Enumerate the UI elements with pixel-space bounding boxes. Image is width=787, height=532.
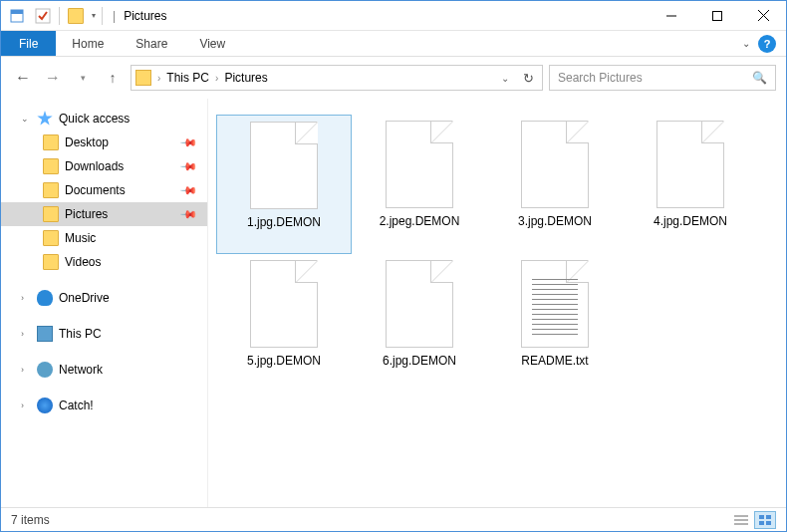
qat-separator	[59, 7, 60, 25]
file-item[interactable]: 4.jpg.DEMON	[623, 115, 758, 254]
qat-check-icon[interactable]	[31, 5, 55, 27]
details-view-button[interactable]	[730, 511, 752, 529]
folder-icon	[43, 254, 59, 270]
chevron-right-icon[interactable]: ›	[21, 365, 31, 375]
qat-folder-icon[interactable]	[64, 5, 88, 27]
title-separator: |	[109, 9, 120, 23]
sidebar-item-pictures[interactable]: Pictures📌	[1, 202, 207, 226]
sidebar-item-documents[interactable]: Documents📌	[1, 178, 207, 202]
sidebar-quick-access[interactable]: ⌄ Quick access	[1, 107, 207, 131]
large-icons-view-button[interactable]	[754, 511, 776, 529]
file-name: 2.jpeg.DEMON	[380, 214, 460, 228]
file-item[interactable]: 2.jpeg.DEMON	[352, 115, 487, 254]
svg-rect-4	[713, 11, 722, 20]
recent-dropdown-icon[interactable]: ▾	[71, 66, 95, 90]
sidebar-item-desktop[interactable]: Desktop📌	[1, 131, 207, 154]
pin-icon: 📌	[178, 204, 197, 223]
sidebar-item-music[interactable]: Music	[1, 226, 207, 250]
sidebar-network[interactable]: › Network	[1, 358, 207, 382]
main-area: ⌄ Quick access Desktop📌Downloads📌Documen…	[1, 99, 786, 509]
breadcrumb-this-pc[interactable]: This PC	[166, 71, 209, 85]
file-grid[interactable]: 1.jpg.DEMON2.jpeg.DEMON3.jpg.DEMON4.jpg.…	[208, 99, 786, 509]
onedrive-icon	[37, 290, 53, 306]
title-bar: ▾ | Pictures	[1, 1, 786, 31]
svg-rect-10	[759, 515, 764, 519]
navigation-bar: ← → ▾ ↑ › This PC › Pictures ⌄ ↻ Search …	[1, 57, 786, 99]
help-icon[interactable]: ?	[758, 35, 776, 53]
svg-rect-12	[759, 521, 764, 525]
file-icon	[250, 260, 318, 348]
search-placeholder: Search Pictures	[558, 71, 643, 85]
navigation-pane[interactable]: ⌄ Quick access Desktop📌Downloads📌Documen…	[1, 99, 208, 509]
sidebar-item-label: OneDrive	[59, 291, 110, 305]
sidebar-onedrive[interactable]: › OneDrive	[1, 286, 207, 310]
file-name: 4.jpg.DEMON	[654, 214, 727, 228]
address-dropdown-icon[interactable]: ⌄	[495, 73, 515, 84]
minimize-button[interactable]	[649, 1, 694, 31]
address-bar[interactable]: › This PC › Pictures ⌄ ↻	[131, 65, 543, 91]
chevron-right-icon[interactable]: ›	[21, 400, 31, 410]
chevron-right-icon[interactable]: ›	[21, 329, 31, 339]
folder-icon	[43, 182, 59, 198]
ribbon-expand-icon[interactable]: ⌄	[742, 38, 750, 49]
star-icon	[37, 111, 53, 127]
window-controls	[649, 1, 786, 31]
svg-rect-1	[11, 10, 23, 14]
close-button[interactable]	[740, 1, 786, 31]
file-icon	[386, 121, 453, 208]
sidebar-item-label: Desktop	[65, 135, 109, 149]
status-bar: 7 items	[1, 507, 786, 531]
chevron-right-icon[interactable]: ›	[155, 73, 162, 84]
file-item[interactable]: README.txt	[487, 254, 623, 394]
sidebar-item-label: Catch!	[59, 399, 94, 412]
sidebar-this-pc[interactable]: › This PC	[1, 322, 207, 346]
ribbon-tab-view[interactable]: View	[183, 31, 241, 56]
breadcrumb-pictures[interactable]: Pictures	[224, 71, 267, 85]
maximize-button[interactable]	[694, 1, 740, 31]
file-item[interactable]: 5.jpg.DEMON	[216, 254, 352, 394]
chevron-right-icon[interactable]: ›	[213, 73, 220, 84]
sidebar-item-label: Quick access	[59, 112, 130, 126]
file-icon	[521, 121, 589, 208]
ribbon-tab-home[interactable]: Home	[56, 31, 120, 56]
pc-icon	[37, 326, 53, 342]
network-icon	[37, 362, 53, 378]
file-item[interactable]: 6.jpg.DEMON	[352, 254, 487, 394]
sidebar-item-videos[interactable]: Videos	[1, 250, 207, 274]
file-icon	[521, 260, 589, 348]
sidebar-item-label: Pictures	[65, 207, 108, 221]
qat-dropdown-icon[interactable]: ▾	[90, 11, 98, 20]
file-icon	[656, 121, 724, 208]
file-name: 3.jpg.DEMON	[518, 214, 592, 228]
folder-icon	[43, 206, 59, 222]
search-input[interactable]: Search Pictures 🔍	[549, 65, 776, 91]
quick-access-toolbar: ▾	[1, 5, 109, 27]
file-item[interactable]: 1.jpg.DEMON	[216, 115, 352, 254]
address-folder-icon	[135, 70, 151, 86]
file-item[interactable]: 3.jpg.DEMON	[487, 115, 623, 254]
qat-properties-icon[interactable]	[5, 5, 29, 27]
back-button[interactable]: ←	[11, 66, 35, 90]
status-item-count: 7 items	[11, 513, 50, 527]
file-name: 1.jpg.DEMON	[247, 215, 321, 229]
ribbon-tab-share[interactable]: Share	[120, 31, 183, 56]
sidebar-item-downloads[interactable]: Downloads📌	[1, 154, 207, 178]
chevron-right-icon[interactable]: ›	[21, 293, 31, 303]
file-name: 6.jpg.DEMON	[383, 354, 456, 368]
file-name: README.txt	[521, 354, 588, 368]
forward-button[interactable]: →	[41, 66, 65, 90]
file-name: 5.jpg.DEMON	[247, 354, 321, 368]
sidebar-item-label: Videos	[65, 255, 101, 269]
folder-icon	[43, 230, 59, 246]
catch-icon	[37, 398, 53, 413]
ribbon-file-tab[interactable]: File	[1, 31, 56, 56]
sidebar-item-label: This PC	[59, 327, 102, 341]
up-button[interactable]: ↑	[101, 70, 125, 86]
pin-icon: 📌	[178, 180, 197, 199]
folder-icon	[43, 134, 59, 150]
sidebar-catch[interactable]: › Catch!	[1, 394, 207, 417]
file-icon	[250, 122, 318, 209]
chevron-down-icon[interactable]: ⌄	[21, 114, 31, 124]
refresh-button[interactable]: ↻	[519, 71, 538, 86]
qat-separator	[102, 7, 103, 25]
